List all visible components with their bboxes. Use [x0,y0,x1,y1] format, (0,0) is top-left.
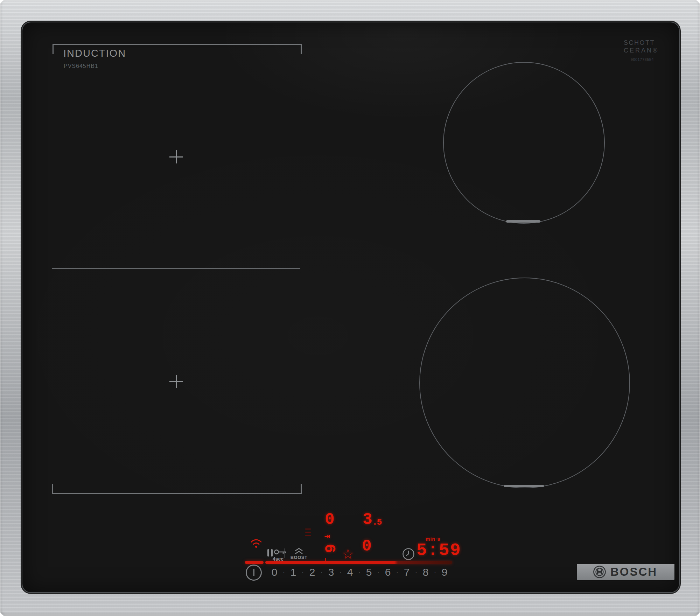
front-right-zone-notch [504,485,544,487]
timer-value-display: 5:59 [416,540,461,560]
boost-chevrons-icon [294,547,304,555]
front-right-level-display[interactable]: 0 [362,538,372,554]
boost-label: BOOST [288,555,310,560]
level-key-2[interactable]: 2 [307,566,317,578]
level-key-1[interactable]: 1 [288,566,299,578]
level-key-0[interactable]: 0 [269,566,280,578]
flex-zone-bottom-bracket [52,484,302,494]
bosch-wordmark: BOSCH [610,565,657,579]
boost-key[interactable]: BOOST [288,547,310,561]
level-key-4[interactable]: 4 [345,566,355,578]
model-number-label: PVS645HB1 [64,63,98,69]
bosch-anchor-icon [593,565,606,579]
favourite-star-key[interactable]: ☆ [342,546,354,562]
level-dot: · [394,568,401,577]
flex-zone-front-center-mark [169,375,183,388]
level-key-8[interactable]: 8 [420,566,431,578]
rear-right-zone-notch [506,220,540,223]
schott-line: SCHOTT [624,39,654,47]
rear-right-level-main: 3 [363,512,372,528]
rear-left-level-display[interactable]: 0 [325,512,335,528]
move-pan-arrow-icon: ⇥ [324,532,338,540]
level-dot: · [432,568,439,577]
glass-code-label: 9001778554 [624,57,654,62]
schott-ceran-brand: SCHOTT CERAN® 9001778554 [624,39,654,62]
power-key[interactable] [246,565,262,581]
level-key-6[interactable]: 6 [383,566,393,578]
level-dot: · [413,568,420,577]
key-icon [273,548,288,556]
level-dot: · [280,568,287,577]
pause-icon [267,549,269,556]
level-dot: · [375,568,382,577]
slider-zero-segment[interactable] [245,561,264,564]
level-dot: · [356,568,363,577]
front-right-zone-ring [419,278,630,488]
power-slider-bar[interactable] [265,561,452,564]
cooktop-product-shot: INDUCTION PVS645HB1 SCHOTT CERAN® 900177… [0,0,700,616]
front-left-level-digit: 6 [321,543,338,554]
front-left-level-display[interactable]: ⇥ 6 [324,532,338,563]
rear-right-level-display[interactable]: 3 .5 [363,512,382,528]
flex-zone-divider-line [52,268,300,269]
flex-zone-rear-center-mark [169,150,183,163]
level-key-5[interactable]: 5 [364,566,374,578]
ceran-line: CERAN® [624,47,654,54]
childlock-key[interactable]: 4sec [273,548,289,561]
wifi-icon [249,538,263,549]
rear-right-zone-ring [443,62,605,224]
rear-right-level-decimal: .5 [372,518,382,528]
flex-link-icon [305,528,311,538]
level-dot: · [299,568,306,577]
timer-clock-key[interactable] [402,547,415,561]
level-dot: · [337,568,344,577]
induction-print-label: INDUCTION [63,48,126,59]
bosch-badge: BOSCH [577,564,674,580]
level-dot: · [318,568,325,577]
level-key-7[interactable]: 7 [401,566,412,578]
level-key-3[interactable]: 3 [326,566,336,578]
panel-divider [285,548,285,558]
level-key-9[interactable]: 9 [439,566,450,578]
